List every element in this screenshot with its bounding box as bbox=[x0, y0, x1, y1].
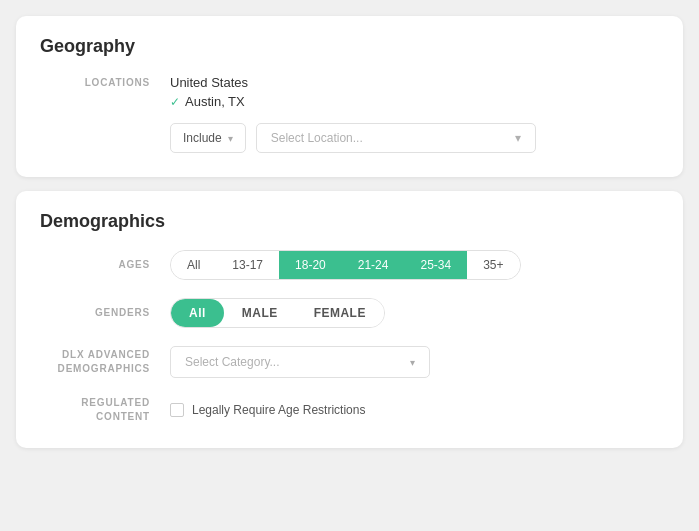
dlx-row: DLX ADVANCED DEMOGRAPHICS Select Categor… bbox=[40, 346, 659, 378]
regulated-row: REGULATED CONTENT Legally Require Age Re… bbox=[40, 396, 659, 424]
geo-controls: Include ▾ Select Location... ▾ bbox=[170, 123, 659, 153]
regulated-label: REGULATED CONTENT bbox=[40, 396, 170, 424]
dlx-arrow: ▾ bbox=[410, 357, 415, 368]
gender-toggle-group: All MALE FEMALE bbox=[170, 298, 385, 328]
locations-row: LOCATIONS United States ✓ Austin, TX bbox=[40, 75, 659, 109]
include-dropdown[interactable]: Include ▾ bbox=[170, 123, 246, 153]
check-icon: ✓ bbox=[170, 95, 180, 109]
gender-btn-all[interactable]: All bbox=[171, 299, 224, 327]
geography-card: Geography LOCATIONS United States ✓ Aust… bbox=[16, 16, 683, 177]
age-btn-all[interactable]: All bbox=[171, 251, 216, 279]
locations-label: LOCATIONS bbox=[40, 75, 170, 88]
genders-label: GENDERS bbox=[40, 306, 170, 320]
select-location-dropdown[interactable]: Select Location... ▾ bbox=[256, 123, 536, 153]
age-btn-25-34[interactable]: 25-34 bbox=[404, 251, 467, 279]
demographics-title: Demographics bbox=[40, 211, 659, 232]
regulated-checkbox-row: Legally Require Age Restrictions bbox=[170, 403, 365, 417]
dlx-placeholder: Select Category... bbox=[185, 355, 280, 369]
include-label: Include bbox=[183, 131, 222, 145]
demographics-card: Demographics AGES All 13-17 18-20 21-24 … bbox=[16, 191, 683, 448]
gender-btn-female[interactable]: FEMALE bbox=[296, 299, 384, 327]
ages-label: AGES bbox=[40, 258, 170, 272]
ages-row: AGES All 13-17 18-20 21-24 25-34 35+ bbox=[40, 250, 659, 280]
age-btn-21-24[interactable]: 21-24 bbox=[342, 251, 405, 279]
location-city: ✓ Austin, TX bbox=[170, 94, 248, 109]
include-arrow: ▾ bbox=[228, 133, 233, 144]
regulated-checkbox[interactable] bbox=[170, 403, 184, 417]
location-country: United States bbox=[170, 75, 248, 90]
age-btn-18-20[interactable]: 18-20 bbox=[279, 251, 342, 279]
ages-toggle-group: All 13-17 18-20 21-24 25-34 35+ bbox=[170, 250, 521, 280]
dlx-label: DLX ADVANCED DEMOGRAPHICS bbox=[40, 348, 170, 376]
regulated-checkbox-label: Legally Require Age Restrictions bbox=[192, 403, 365, 417]
genders-row: GENDERS All MALE FEMALE bbox=[40, 298, 659, 328]
age-btn-13-17[interactable]: 13-17 bbox=[216, 251, 279, 279]
select-location-placeholder: Select Location... bbox=[271, 131, 363, 145]
city-name: Austin, TX bbox=[185, 94, 245, 109]
dlx-category-dropdown[interactable]: Select Category... ▾ bbox=[170, 346, 430, 378]
gender-btn-male[interactable]: MALE bbox=[224, 299, 296, 327]
age-btn-35plus[interactable]: 35+ bbox=[467, 251, 519, 279]
geography-title: Geography bbox=[40, 36, 659, 57]
location-values: United States ✓ Austin, TX bbox=[170, 75, 248, 109]
select-location-arrow: ▾ bbox=[515, 131, 521, 145]
